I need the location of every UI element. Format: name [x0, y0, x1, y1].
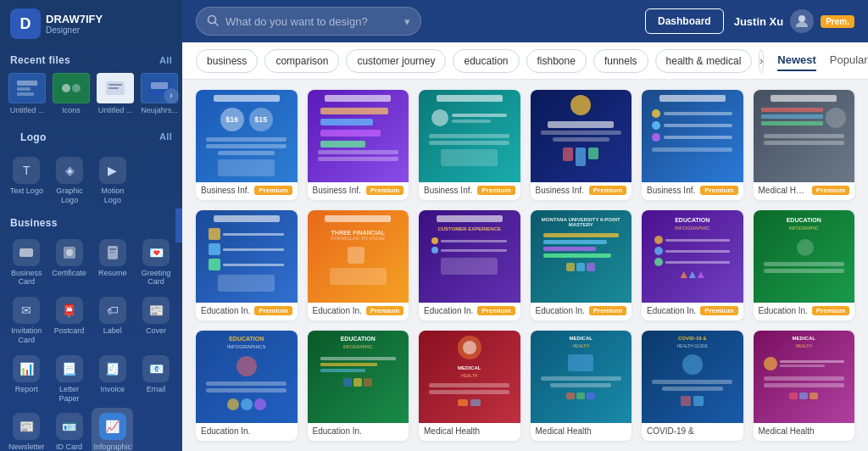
filter-next-arrow[interactable]: ›: [759, 49, 764, 73]
sidebar-item-newsletter[interactable]: 📰 Newsletter: [7, 408, 47, 451]
filter-funnels[interactable]: funnels: [593, 49, 648, 73]
template-info-16: Medical Health: [531, 423, 632, 441]
template-info-1: Business Inf. Premium: [196, 182, 298, 200]
template-card-10[interactable]: MONTANA UNIVERSITY 6-POINT MASTERY: [531, 210, 632, 320]
template-thumb-10: MONTANA UNIVERSITY 6-POINT MASTERY: [531, 210, 632, 303]
cover-icon: 📰: [142, 297, 170, 324]
template-card-1[interactable]: $16 $15 Business Inf. Premium: [196, 90, 298, 200]
template-info-8: Education In. Premium: [308, 303, 409, 320]
sidebar-item-business-card[interactable]: Business Card: [7, 234, 47, 291]
template-card-11[interactable]: EDUCATION INFOGRAPHIC: [642, 210, 743, 320]
sidebar-item-motion-logo[interactable]: ▶ Motion Logo: [93, 152, 133, 209]
template-name-4: Business Inf.: [536, 186, 586, 195]
template-thumb-9: CUSTOMER EXPERIENCE: [419, 210, 520, 303]
template-card-17[interactable]: COVID-19 & HEALTH GUIDE COVID-19 &: [642, 331, 743, 441]
filter-comparison[interactable]: comparison: [264, 49, 339, 73]
template-name-14: Education In.: [313, 426, 404, 436]
template-name-11: Education In.: [647, 306, 697, 315]
filter-health-medical[interactable]: health & medical: [655, 49, 753, 73]
template-card-5[interactable]: Business Inf. Premium: [642, 90, 743, 200]
invitation-card-label: Invitation Card: [8, 326, 45, 345]
template-info-18: Medical Health: [754, 423, 855, 441]
logo-section-header: Logo All: [0, 121, 182, 148]
label-icon: 🏷: [99, 297, 126, 324]
dashboard-button[interactable]: Dashboard: [645, 8, 724, 34]
recent-file-1[interactable]: Untitled ...: [7, 73, 47, 114]
recent-arrow[interactable]: ›: [164, 88, 179, 103]
sidebar-item-letter-paper[interactable]: 📃 Letter Paper: [50, 350, 89, 407]
sidebar-item-greeting-card[interactable]: 💌 Greeting Card: [136, 234, 175, 291]
sort-newest[interactable]: Newest: [777, 50, 816, 71]
sidebar-item-infographic[interactable]: 📈 Infographic: [92, 408, 133, 451]
template-thumb-18: MEDICAL HEALTH: [754, 331, 855, 423]
template-name-13: Education In.: [201, 426, 292, 436]
report-label: Report: [15, 385, 38, 394]
template-card-8[interactable]: THREE FINANCIAL FORMULAS TO KNOW Educati…: [308, 210, 409, 320]
template-card-2[interactable]: Business Inf. Premium: [308, 90, 409, 200]
filter-education[interactable]: education: [453, 49, 519, 73]
sidebar-item-label[interactable]: 🏷 Label: [92, 292, 133, 348]
graphic-logo-icon: ◈: [56, 157, 83, 184]
newsletter-icon: 📰: [13, 413, 40, 440]
recent-file-2[interactable]: Icons: [51, 73, 92, 114]
sidebar-collapse-button[interactable]: ‹: [175, 209, 182, 242]
filter-customer-journey[interactable]: customer journey: [346, 49, 446, 73]
logo-grid: T Text Logo ◈ Graphic Logo ▶ Motion Logo: [0, 148, 182, 214]
graphic-logo-label: Graphic Logo: [52, 187, 88, 205]
sidebar-item-graphic-logo[interactable]: ◈ Graphic Logo: [50, 152, 90, 209]
template-card-18[interactable]: MEDICAL HEALTH: [754, 331, 855, 441]
greeting-card-icon: 💌: [142, 239, 170, 266]
recent-all-link[interactable]: All: [159, 55, 172, 65]
newsletter-label: Newsletter: [8, 443, 45, 451]
recent-file-3[interactable]: Untitled ...: [95, 73, 136, 114]
template-thumb-2: [308, 90, 409, 182]
sidebar-item-certificate[interactable]: Certificate: [50, 234, 89, 291]
sidebar-item-id-card[interactable]: 🪪 ID Card: [50, 408, 89, 451]
search-bar[interactable]: ▾: [196, 7, 421, 36]
template-card-7[interactable]: Education In. Premium: [196, 210, 298, 320]
template-name-9: Education In.: [424, 306, 474, 315]
topbar: ▾ Dashboard Justin Xu Prem.: [182, 0, 868, 42]
email-icon: 📧: [142, 355, 170, 382]
username: Justin Xu: [734, 15, 784, 28]
template-card-9[interactable]: CUSTOMER EXPERIENCE Educ: [419, 210, 520, 320]
email-label: Email: [147, 385, 166, 394]
template-card-14[interactable]: EDUCATION INFOGRAPHIC: [308, 331, 409, 441]
template-name-15: Medical Health: [424, 426, 515, 436]
sidebar-item-invoice[interactable]: 🧾 Invoice: [92, 350, 133, 407]
sidebar-item-invitation-card[interactable]: ✉ Invitation Card: [7, 292, 47, 348]
sidebar-item-email[interactable]: 📧 Email: [136, 350, 175, 407]
template-card-4[interactable]: Business Inf. Premium: [531, 90, 632, 200]
letter-paper-label: Letter Paper: [52, 385, 87, 404]
svg-rect-6: [108, 84, 122, 86]
template-card-16[interactable]: MEDICAL HEALTH Medical Health: [531, 331, 632, 441]
sidebar-item-postcard[interactable]: 📮 Postcard: [50, 292, 89, 348]
cover-label: Cover: [146, 326, 166, 336]
template-card-15[interactable]: MEDICAL HEALTH Medical Health: [419, 331, 520, 441]
template-info-7: Education In. Premium: [196, 303, 298, 320]
template-card-6[interactable]: Medical Heal. Premium: [754, 90, 855, 200]
search-dropdown-icon[interactable]: ▾: [404, 15, 410, 28]
filter-business[interactable]: business: [196, 49, 258, 73]
template-card-13[interactable]: EDUCATION INFOGRAPHICS Education In.: [196, 331, 298, 441]
sidebar-item-report[interactable]: 📊 Report: [7, 350, 47, 407]
sidebar-item-text-logo[interactable]: T Text Logo: [7, 152, 47, 209]
user-avatar[interactable]: [790, 9, 814, 33]
sidebar-item-cover[interactable]: 📰 Cover: [136, 292, 175, 348]
svg-rect-7: [108, 87, 119, 89]
template-thumb-7: [196, 210, 298, 303]
logo-all-link[interactable]: All: [159, 131, 172, 142]
sidebar: D DRAW7IFY Designer Recent files All Unt…: [0, 0, 182, 451]
template-thumb-12: EDUCATION INFOGRAPHIC: [754, 210, 855, 303]
template-card-12[interactable]: EDUCATION INFOGRAPHIC Education In. Prem…: [754, 210, 855, 320]
sort-popularity[interactable]: Popularity: [830, 50, 868, 71]
logo-section-label: Logo: [10, 128, 57, 145]
search-input[interactable]: [225, 15, 394, 28]
filter-fishbone[interactable]: fishbone: [526, 49, 587, 73]
template-card-3[interactable]: Business Inf. Premium: [419, 90, 520, 200]
postcard-label: Postcard: [54, 326, 85, 336]
sidebar-item-resume[interactable]: Resume: [92, 234, 133, 291]
sort-tabs: Newest Popularity: [777, 50, 868, 71]
recent-thumb-3: [97, 73, 134, 103]
label-label: Label: [103, 326, 122, 336]
